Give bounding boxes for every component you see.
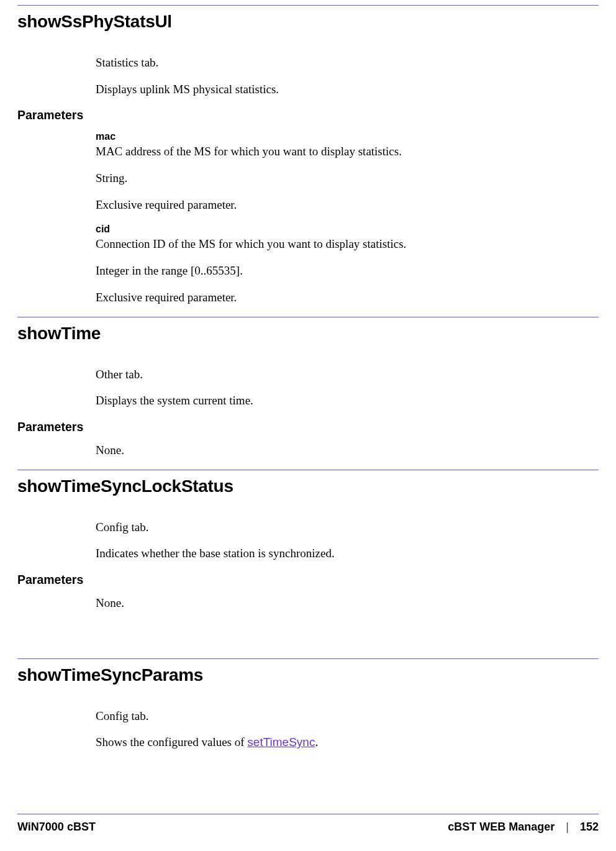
link-settimesync[interactable]: setTimeSync (247, 735, 315, 749)
section-showssphystatsul: showSsPhyStatsUl Statistics tab. Display… (17, 12, 599, 306)
body-text: Indicates whether the base station is sy… (96, 546, 599, 562)
footer-left: WiN7000 cBST (17, 821, 96, 834)
body-text: Config tab. (96, 520, 599, 535)
section-title: showTimeSyncParams (17, 665, 599, 685)
body-text: Other tab. (96, 367, 599, 383)
body-text: Displays the system current time. (96, 393, 599, 409)
section-divider (17, 658, 599, 659)
param-name-mac: mac (96, 131, 599, 142)
section-showtimesynclockstatus: showTimeSyncLockStatus Config tab. Indic… (17, 476, 599, 611)
section-title: showTime (17, 324, 599, 344)
section-title: showTimeSyncLockStatus (17, 476, 599, 496)
body-text: None. (96, 443, 599, 458)
body-text: Integer in the range [0..65535]. (96, 263, 599, 279)
body-text: Shows the configured values of setTimeSy… (96, 735, 599, 750)
body-text: None. (96, 596, 599, 611)
page-footer: WiN7000 cBST cBST WEB Manager | 152 (17, 814, 599, 834)
body-text-prefix: Shows the configured values of (96, 735, 247, 749)
section-divider (17, 470, 599, 470)
body-text: Statistics tab. (96, 55, 599, 71)
parameters-heading: Parameters (17, 573, 599, 587)
body-text: Displays uplink MS physical statistics. (96, 82, 599, 98)
section-divider (17, 317, 599, 317)
section-showtime: showTime Other tab. Displays the system … (17, 324, 599, 458)
footer-center: cBST WEB Manager (448, 821, 555, 834)
section-title: showSsPhyStatsUl (17, 12, 599, 32)
body-text: Exclusive required parameter. (96, 198, 599, 213)
section-showtimesyncparams: showTimeSyncParams Config tab. Shows the… (17, 665, 599, 750)
footer-page-number: 152 (580, 821, 599, 834)
body-text-suffix: . (315, 735, 318, 749)
body-text: Config tab. (96, 709, 599, 724)
body-text: Exclusive required parameter. (96, 290, 599, 306)
parameters-heading: Parameters (17, 108, 599, 122)
parameters-heading: Parameters (17, 420, 599, 434)
footer-separator: | (566, 821, 569, 834)
param-name-cid: cid (96, 224, 599, 235)
body-text: Connection ID of the MS for which you wa… (96, 237, 599, 252)
body-text: MAC address of the MS for which you want… (96, 144, 599, 160)
body-text: String. (96, 171, 599, 186)
